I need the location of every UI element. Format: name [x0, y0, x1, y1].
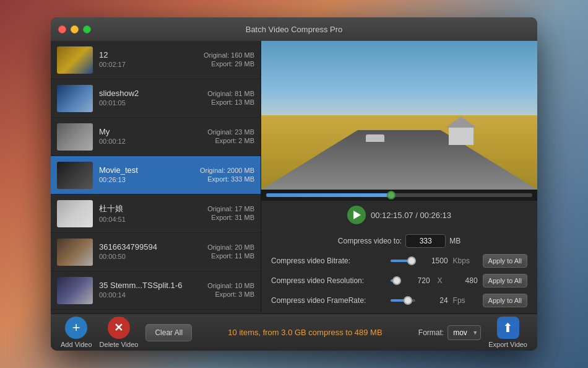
- video-export-size: Export: 29 MB: [204, 60, 254, 68]
- bitrate-unit: Kbps: [453, 256, 478, 265]
- clear-all-button[interactable]: Clear All: [145, 324, 192, 341]
- video-duration: 00:00:12: [99, 138, 202, 145]
- add-video-label: Add Video: [61, 341, 92, 348]
- video-sizes: Original: 17 MB Export: 31 MB: [207, 205, 254, 222]
- right-panel: 00:12:15.07 / 00:26:13 Compress video to…: [261, 41, 537, 313]
- export-video-button[interactable]: ⬆ Export Video: [488, 317, 527, 348]
- car: [366, 134, 384, 142]
- list-item[interactable]: 杜十娘 00:04:51 Original: 17 MB Export: 31 …: [51, 195, 261, 233]
- video-info: Movie_test 00:26:13: [99, 165, 195, 185]
- resolution-apply-button[interactable]: Apply to All: [483, 274, 527, 287]
- play-button[interactable]: [347, 206, 366, 224]
- format-section: Format: mov mp4 avi mkv: [418, 325, 481, 340]
- video-export-size: Export: 333 MB: [200, 175, 254, 183]
- video-name: slideshow2: [99, 89, 202, 98]
- video-info: slideshow2 00:01:05: [99, 89, 202, 108]
- bitrate-thumb[interactable]: [407, 256, 416, 265]
- video-thumbnail: [57, 46, 93, 74]
- video-thumbnail: [57, 239, 93, 266]
- video-duration: 00:00:50: [99, 253, 202, 260]
- resolution-slider[interactable]: [391, 279, 397, 282]
- bitrate-value: 1500: [420, 256, 448, 265]
- video-original-size: Original: 23 MB: [207, 128, 254, 136]
- play-icon: [353, 211, 361, 219]
- video-sizes: Original: 81 MB Export: 13 MB: [207, 90, 254, 107]
- preview-area: [261, 41, 537, 190]
- main-window: Batch Video Compress Pro 12 00:02:17 Ori…: [51, 17, 537, 351]
- house-roof: [446, 116, 477, 128]
- resolution-thumb[interactable]: [392, 276, 401, 285]
- video-sizes: Original: 160 MB Export: 29 MB: [204, 51, 254, 69]
- resolution-width: 720: [402, 276, 430, 285]
- traffic-lights: [58, 25, 91, 33]
- video-original-size: Original: 2000 MB: [200, 167, 254, 174]
- main-content: 12 00:02:17 Original: 160 MB Export: 29 …: [51, 41, 537, 313]
- delete-icon: ✕: [108, 317, 130, 339]
- video-info: 35 Stemm...TSSplit.1-6 00:00:14: [99, 281, 202, 300]
- video-duration: 00:04:51: [99, 216, 202, 223]
- desert-sky: [261, 41, 537, 123]
- video-thumbnail: [57, 123, 93, 151]
- framerate-thumb[interactable]: [404, 296, 412, 305]
- video-info: 杜十娘 00:04:51: [99, 203, 202, 224]
- video-thumbnail: [57, 162, 93, 189]
- framerate-slider[interactable]: [391, 299, 415, 302]
- video-sizes: Original: 10 MB Export: 3 MB: [207, 282, 254, 299]
- framerate-apply-button[interactable]: Apply to All: [483, 294, 527, 307]
- format-wrapper: mov mp4 avi mkv: [447, 325, 481, 340]
- video-name: Movie_test: [99, 165, 195, 175]
- list-item[interactable]: 3616634799594 00:00:50 Original: 20 MB E…: [51, 233, 261, 271]
- format-label: Format:: [418, 328, 444, 337]
- framerate-value: 24: [420, 296, 448, 305]
- settings-panel: Compress video to: MB Compress video Bit…: [261, 229, 537, 313]
- playback-controls: 00:12:15.07 / 00:26:13: [261, 201, 537, 229]
- video-list[interactable]: 12 00:02:17 Original: 160 MB Export: 29 …: [51, 41, 261, 313]
- time-display: 00:12:15.07 / 00:26:13: [371, 211, 451, 220]
- export-video-label: Export Video: [488, 341, 527, 348]
- seek-bar-container[interactable]: [261, 190, 537, 201]
- video-info: 12 00:02:17: [99, 50, 199, 69]
- list-item[interactable]: Movie_test 00:26:13 Original: 2000 MB Ex…: [51, 156, 261, 195]
- bitrate-slider[interactable]: [391, 260, 415, 262]
- video-duration: 00:02:17: [99, 61, 199, 68]
- video-info: My 00:00:12: [99, 127, 202, 146]
- status-text: 10 items, from 3.0 GB compress to 489 MB: [199, 328, 411, 337]
- bitrate-label: Compress video Bitrate:: [271, 256, 386, 265]
- delete-video-button[interactable]: ✕ Delete Video: [100, 317, 139, 348]
- video-thumbnail: [57, 277, 93, 304]
- bitrate-apply-button[interactable]: Apply to All: [483, 254, 527, 268]
- compress-to-row: Compress video to: MB: [271, 234, 527, 248]
- video-export-size: Export: 3 MB: [207, 291, 254, 298]
- compress-to-label: Compress video to:: [338, 237, 402, 245]
- export-icon: ⬆: [497, 317, 519, 339]
- list-item[interactable]: My 00:00:12 Original: 23 MB Export: 2 MB: [51, 118, 261, 156]
- maximize-button[interactable]: [83, 25, 91, 33]
- seek-bar[interactable]: [266, 193, 532, 197]
- bitrate-row: Compress video Bitrate: 1500 Kbps Apply …: [271, 254, 527, 268]
- list-item[interactable]: slideshow2 00:01:05 Original: 81 MB Expo…: [51, 79, 261, 118]
- list-item[interactable]: 35 Stemm...TSSplit.1-6 00:00:14 Original…: [51, 271, 261, 310]
- video-thumbnail: [57, 85, 93, 112]
- compress-to-unit: MB: [449, 237, 460, 245]
- resolution-label: Compress video Resolution:: [271, 276, 386, 285]
- video-name: 12: [99, 50, 199, 59]
- window-title: Batch Video Compress Pro: [246, 25, 343, 34]
- resolution-row: Compress video Resolution: 720 X 480 App…: [271, 274, 527, 287]
- video-name: 3616634799594: [99, 242, 202, 252]
- list-item[interactable]: 12 00:02:17 Original: 160 MB Export: 29 …: [51, 41, 261, 79]
- close-button[interactable]: [58, 25, 66, 33]
- video-sizes: Original: 23 MB Export: 2 MB: [207, 128, 254, 146]
- video-original-size: Original: 17 MB: [207, 205, 254, 212]
- seek-thumb[interactable]: [387, 191, 396, 199]
- minimize-button[interactable]: [71, 25, 79, 33]
- add-video-button[interactable]: + Add Video: [61, 317, 92, 348]
- titlebar: Batch Video Compress Pro: [51, 17, 537, 41]
- format-select[interactable]: mov mp4 avi mkv: [447, 325, 481, 340]
- add-icon: +: [65, 317, 87, 339]
- video-thumbnail: [57, 200, 93, 227]
- video-original-size: Original: 20 MB: [207, 243, 254, 251]
- video-export-size: Export: 31 MB: [207, 214, 254, 221]
- video-original-size: Original: 160 MB: [204, 51, 254, 59]
- video-preview: [261, 41, 537, 190]
- compress-to-input[interactable]: [405, 234, 446, 248]
